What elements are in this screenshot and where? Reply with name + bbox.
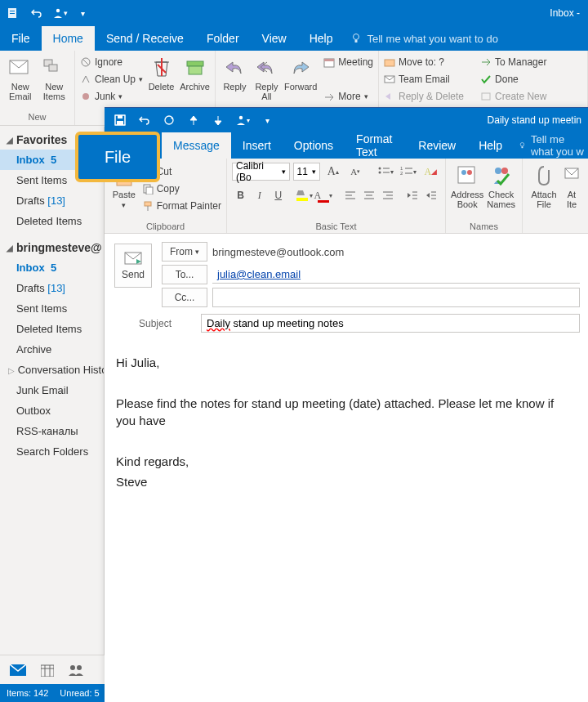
compose-tab-insert[interactable]: Insert — [231, 132, 283, 159]
copy-button[interactable]: Copy — [142, 181, 221, 197]
tab-view[interactable]: View — [251, 26, 298, 51]
sidebar-sent[interactable]: Sent Items — [0, 298, 104, 319]
underline-button[interactable]: U — [270, 186, 287, 205]
align-center-icon[interactable] — [360, 186, 377, 205]
cc-input[interactable] — [212, 288, 580, 307]
junk-button[interactable]: Junk▾ — [80, 88, 143, 105]
checknames-button[interactable]: Check Names — [485, 162, 517, 209]
reply-button[interactable]: Reply — [220, 54, 249, 92]
main-titlebar: ▾ ▾ Inbox - — [0, 0, 588, 26]
account-header[interactable]: ◢bringmesteve@ — [0, 238, 104, 257]
to-button[interactable]: To... — [162, 265, 207, 284]
send-button[interactable]: Send — [114, 244, 152, 288]
svg-point-28 — [77, 665, 82, 670]
tab-home[interactable]: Home — [42, 26, 95, 51]
sidebar-deleted-fav[interactable]: Deleted Items — [0, 211, 104, 231]
tab-folder[interactable]: Folder — [195, 26, 251, 51]
sidebar-deleted[interactable]: Deleted Items — [0, 319, 104, 339]
person-icon[interactable]: ▾ — [234, 111, 252, 129]
sidebar-outbox[interactable]: Outbox — [0, 400, 104, 421]
to-input[interactable]: julia@clean.email — [212, 266, 580, 284]
tab-file[interactable]: File — [0, 26, 42, 51]
sidebar-drafts-fav[interactable]: Drafts [13] — [0, 190, 104, 211]
outlook-icon[interactable] — [5, 4, 23, 22]
save-icon[interactable] — [111, 111, 129, 129]
svg-point-73 — [495, 168, 501, 174]
mail-nav-icon[interactable] — [10, 664, 26, 676]
font-name-select[interactable]: Calibri (Bo▾ — [232, 163, 290, 181]
replydelete-button[interactable]: Reply & Delete — [384, 88, 464, 105]
compose-window: ▾ ▾ Daily stand up meetin Message Insert… — [105, 107, 588, 702]
people-nav-icon[interactable] — [69, 664, 83, 676]
qat-customize-icon[interactable]: ▾ — [74, 4, 91, 22]
attachfile-button[interactable]: Attach File — [528, 162, 560, 209]
indent-inc-icon[interactable] — [423, 186, 440, 205]
compose-body[interactable]: Hi Julia, Please find the notes for stan… — [105, 341, 588, 692]
meeting-button[interactable]: Meeting — [323, 54, 373, 70]
bold-button[interactable]: B — [232, 186, 249, 205]
file-callout[interactable]: File — [75, 132, 160, 182]
font-size-select[interactable]: 11▾ — [293, 163, 320, 181]
compose-tab-review[interactable]: Review — [407, 132, 467, 159]
sidebar-drafts[interactable]: Drafts [13] — [0, 278, 104, 298]
shrink-font-icon[interactable]: A▾ — [345, 162, 364, 181]
subject-input[interactable]: Daily stand up meeting notes — [201, 314, 580, 333]
createnew-button[interactable]: Create New — [480, 88, 546, 105]
teamemail-button[interactable]: Team Email — [384, 71, 464, 87]
align-left-icon[interactable] — [341, 186, 359, 205]
body-line-2: Please find the notes for stand up meeti… — [116, 395, 577, 429]
cc-button[interactable]: Cc... — [162, 288, 207, 307]
reply-all-button[interactable]: Reply All — [252, 54, 281, 101]
ignore-button[interactable]: Ignore — [80, 54, 143, 70]
compose-tab-message[interactable]: Message — [162, 132, 231, 159]
formatpainter-button[interactable]: Format Painter — [142, 198, 221, 214]
grow-font-icon[interactable]: A▴ — [323, 162, 342, 181]
moveto-button[interactable]: Move to: ? — [384, 54, 464, 70]
attachitem-button[interactable]: At Ite — [562, 162, 581, 209]
more-button[interactable]: More▾ — [323, 88, 373, 105]
undo-icon[interactable] — [28, 4, 46, 22]
redo-icon[interactable] — [160, 111, 178, 129]
person-icon[interactable]: ▾ — [51, 4, 69, 22]
compose-tab-help[interactable]: Help — [467, 132, 514, 159]
new-email-button[interactable]: New Email — [5, 54, 36, 101]
up-icon[interactable] — [185, 111, 203, 129]
highlight-button[interactable]: ▾ — [295, 186, 313, 205]
font-color-button[interactable]: A▾ — [314, 186, 333, 205]
calendar-nav-icon[interactable] — [41, 664, 54, 677]
down-icon[interactable] — [209, 111, 227, 129]
sidebar-archive[interactable]: Archive — [0, 339, 104, 360]
customize-icon[interactable]: ▾ — [258, 111, 276, 129]
body-line-1: Hi Julia, — [116, 354, 577, 371]
sidebar-convhist[interactable]: ▷ Conversation Histor — [0, 360, 104, 380]
sidebar-search[interactable]: Search Folders — [0, 441, 104, 462]
delete-button[interactable]: Delete — [146, 54, 176, 92]
nav-bar — [0, 655, 105, 684]
from-button[interactable]: From▾ — [162, 242, 207, 262]
indent-dec-icon[interactable] — [404, 186, 421, 205]
compose-tab-options[interactable]: Options — [283, 132, 345, 159]
bullets-icon[interactable]: ▾ — [376, 162, 395, 181]
tab-sendreceive[interactable]: Send / Receive — [95, 26, 195, 51]
cleanup-button[interactable]: Clean Up▾ — [80, 71, 143, 87]
italic-button[interactable]: I — [251, 186, 268, 205]
svg-rect-42 — [146, 187, 153, 195]
tomanager-button[interactable]: To Manager — [480, 54, 546, 70]
done-button[interactable]: Done — [480, 71, 546, 87]
compose-tab-formattext[interactable]: Format Text — [345, 132, 407, 159]
undo-icon[interactable] — [136, 111, 154, 129]
tell-me-search[interactable]: Tell me what you want to do — [344, 26, 497, 51]
sidebar-rss[interactable]: RSS-каналы — [0, 421, 104, 441]
tab-help[interactable]: Help — [298, 26, 345, 51]
numbering-icon[interactable]: 12▾ — [399, 162, 417, 181]
compose-tellme[interactable]: Tell me what you w — [514, 132, 588, 159]
forward-button[interactable]: Forward — [284, 54, 317, 92]
new-items-button[interactable]: New Items — [39, 54, 70, 101]
addressbook-button[interactable]: Address Book — [451, 162, 483, 209]
sidebar-junk[interactable]: Junk Email — [0, 380, 104, 400]
archive-button[interactable]: Archive — [180, 54, 210, 92]
align-right-icon[interactable] — [379, 186, 396, 205]
clear-format-icon[interactable]: A◢ — [421, 162, 440, 181]
sidebar-inbox[interactable]: Inbox 5 — [0, 257, 104, 278]
bulb-icon — [350, 33, 362, 44]
